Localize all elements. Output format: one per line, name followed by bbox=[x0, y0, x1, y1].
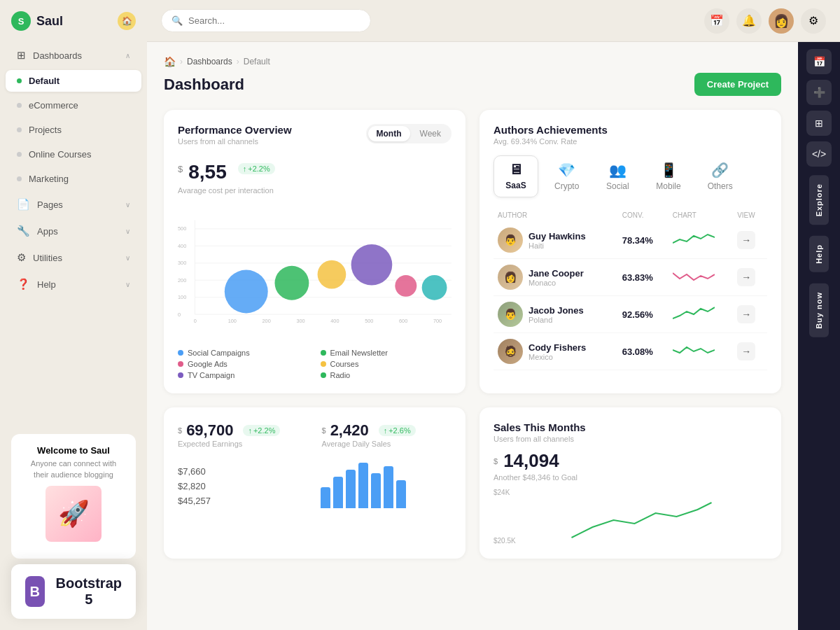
pill-week[interactable]: Week bbox=[412, 126, 449, 141]
svg-text:300: 300 bbox=[178, 260, 186, 266]
sales-card: Sales This Months Users from all channel… bbox=[479, 407, 781, 559]
earnings-bottom: $7,660 $2,820 $45,257 bbox=[178, 459, 451, 508]
earnings-label: Expected Earnings bbox=[178, 440, 308, 448]
right-panel-icon-4[interactable]: </> bbox=[806, 141, 832, 167]
nav-pages[interactable]: 📄 Pages ∨ bbox=[6, 192, 141, 216]
nav-dashboards[interactable]: ⊞ Dashboards ∧ bbox=[6, 43, 141, 67]
tab-saas[interactable]: 🖥 SaaS bbox=[493, 155, 538, 197]
pill-month[interactable]: Month bbox=[368, 126, 410, 141]
svg-text:300: 300 bbox=[296, 318, 304, 324]
tab-social[interactable]: 👥 Social bbox=[595, 155, 640, 197]
nav-online-courses[interactable]: Online Courses bbox=[6, 144, 141, 165]
create-project-button[interactable]: Create Project bbox=[694, 73, 781, 96]
breadcrumb-default: Default bbox=[244, 57, 270, 66]
sales-badge: ↑ +2.6% bbox=[379, 425, 416, 436]
svg-text:600: 600 bbox=[399, 318, 407, 324]
sidebar-logo: S Saul bbox=[11, 11, 63, 31]
nav-dot bbox=[17, 152, 22, 157]
sales-label: Average Daily Sales bbox=[322, 440, 452, 448]
settings-icon-button[interactable]: ⚙ bbox=[801, 8, 826, 34]
sales-axis-205k: $20.5K bbox=[493, 537, 516, 545]
table-row: 👩 Jane Cooper Monaco 63.83% bbox=[493, 259, 767, 296]
author-name-cody: Cody Fishers bbox=[528, 342, 586, 353]
search-input[interactable] bbox=[188, 15, 360, 26]
col-author: AUTHOR bbox=[493, 209, 618, 222]
breadcrumb-dashboards[interactable]: Dashboards bbox=[187, 57, 232, 66]
authors-subtitle: Avg. 69.34% Conv. Rate bbox=[493, 137, 608, 146]
nav-utilities[interactable]: ⚙ Utilities ∨ bbox=[6, 246, 141, 270]
calendar-icon-button[interactable]: 📅 bbox=[704, 8, 729, 34]
nav-projects[interactable]: Projects bbox=[6, 119, 141, 141]
toggle-pills: Month Week bbox=[366, 124, 451, 144]
view-cody: → bbox=[733, 333, 767, 370]
social-icon: 👥 bbox=[609, 162, 626, 178]
legend-label-email: Email Newsletter bbox=[330, 349, 388, 357]
view-button-guy[interactable]: → bbox=[737, 231, 755, 249]
table-row: 🧔 Cody Fishers Mexico 63.08% bbox=[493, 333, 767, 370]
page-title-row: Dashboard Create Project bbox=[164, 73, 781, 96]
content-area: 🏠 › Dashboards › Default Dashboard Creat… bbox=[147, 42, 840, 630]
nav-utilities-label: Utilities bbox=[33, 253, 62, 263]
crypto-icon: 💎 bbox=[558, 162, 575, 178]
right-panel-icon-2[interactable]: ➕ bbox=[806, 80, 832, 105]
nav-ecommerce[interactable]: eCommerce bbox=[6, 94, 141, 116]
conv-jacob: 92.56% bbox=[618, 296, 668, 333]
right-panel-icon-3[interactable]: ⊞ bbox=[806, 111, 832, 136]
svg-text:200: 200 bbox=[178, 277, 186, 284]
chart-cody bbox=[668, 333, 733, 370]
right-panel-icon-1[interactable]: 📅 bbox=[806, 49, 832, 74]
tab-others-label: Others bbox=[708, 181, 733, 191]
earnings-value: 69,700 bbox=[186, 421, 233, 440]
chart-jacob bbox=[668, 296, 733, 333]
buy-now-label[interactable]: Buy now bbox=[809, 284, 829, 337]
up-arrow-icon: ↑ bbox=[243, 164, 247, 173]
nav-default-label: Default bbox=[29, 76, 59, 86]
bubble-tv bbox=[351, 244, 393, 286]
bootstrap-badge: B Bootstrap 5 bbox=[11, 564, 136, 619]
dashboards-icon: ⊞ bbox=[17, 49, 26, 62]
sales-chart: $24K $20.5K bbox=[493, 489, 767, 545]
authors-title: Authors Achievements bbox=[493, 124, 608, 136]
mini-bar bbox=[371, 473, 381, 508]
chevron-down-icon: ∨ bbox=[125, 227, 130, 235]
welcome-title: Welcome to Saul bbox=[22, 445, 125, 456]
sparkline-guy bbox=[673, 229, 715, 250]
mini-bar bbox=[321, 487, 330, 508]
legend-label-courses: Courses bbox=[330, 360, 359, 368]
tab-mobile[interactable]: 📱 Mobile bbox=[645, 155, 691, 197]
perf-value-row: $ 8,55 ↑ +2.2% bbox=[178, 153, 451, 185]
perf-title: Performance Overview bbox=[178, 124, 292, 136]
mini-bar bbox=[346, 470, 356, 508]
sidebar-bottom: Welcome to Saul Anyone can connect with … bbox=[0, 423, 147, 630]
nav-marketing[interactable]: Marketing bbox=[6, 168, 141, 190]
help-label[interactable]: Help bbox=[809, 236, 829, 272]
chart-guy bbox=[668, 222, 733, 259]
author-table: AUTHOR CONV. CHART VIEW 👨 bbox=[493, 209, 767, 370]
view-button-jane[interactable]: → bbox=[737, 268, 755, 286]
perf-badge: ↑ +2.2% bbox=[238, 163, 275, 174]
notifications-icon-button[interactable]: 🔔 bbox=[736, 8, 762, 34]
nav-default[interactable]: Default bbox=[6, 70, 141, 92]
svg-text:0: 0 bbox=[178, 312, 181, 318]
mini-bar bbox=[396, 480, 406, 508]
tab-others[interactable]: 🔗 Others bbox=[697, 155, 743, 197]
user-avatar[interactable]: 👩 bbox=[769, 8, 794, 34]
sidebar-toggle-button[interactable]: 🏠 bbox=[118, 12, 136, 30]
search-box[interactable]: 🔍 bbox=[161, 9, 371, 32]
svg-text:700: 700 bbox=[433, 318, 442, 324]
nav-help[interactable]: ❓ Help ∨ bbox=[6, 272, 141, 296]
legend-tv: TV Campaign bbox=[178, 371, 309, 379]
nav-apps[interactable]: 🔧 Apps ∨ bbox=[6, 219, 141, 243]
explore-label[interactable]: Explore bbox=[809, 175, 829, 225]
pages-icon: 📄 bbox=[17, 198, 30, 211]
currency-symbol: $ bbox=[178, 164, 183, 174]
tab-saas-label: SaaS bbox=[505, 181, 526, 190]
svg-text:400: 400 bbox=[330, 318, 339, 324]
author-country-jacob: Poland bbox=[528, 316, 584, 324]
tab-crypto[interactable]: 💎 Crypto bbox=[544, 155, 589, 197]
view-button-cody[interactable]: → bbox=[737, 342, 755, 360]
view-button-jacob[interactable]: → bbox=[737, 305, 755, 323]
view-jane: → bbox=[733, 259, 767, 296]
perf-title-group: Performance Overview Users from all chan… bbox=[178, 124, 292, 146]
authors-card: Authors Achievements Avg. 69.34% Conv. R… bbox=[479, 110, 781, 393]
